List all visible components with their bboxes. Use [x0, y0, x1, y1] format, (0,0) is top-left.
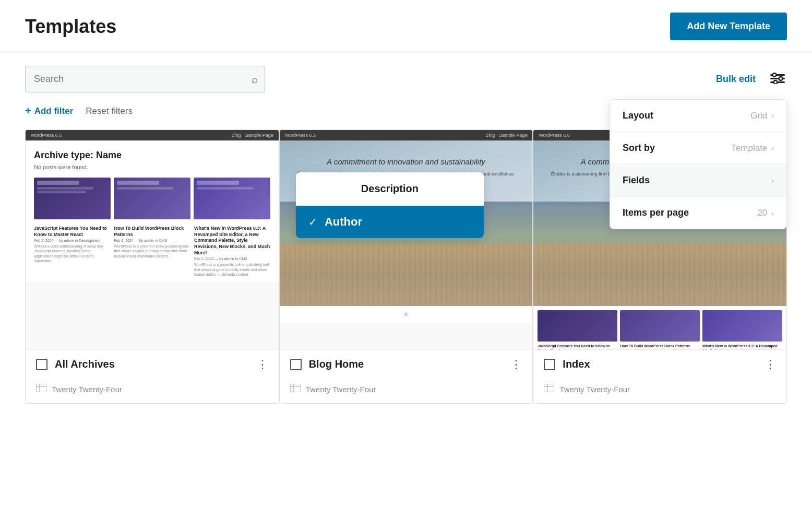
page-header: Templates Add New Template [0, 0, 812, 53]
preview3-topbar-left: WordPress 6.5 [539, 133, 569, 138]
plus-icon: + [25, 105, 31, 117]
preview-topbar-page: Sample Page [245, 133, 273, 138]
fields-chevron-icon: › [771, 177, 774, 185]
add-new-template-button[interactable]: Add New Template [670, 13, 787, 40]
card-theme-label-1: Twenty Twenty-Four [52, 385, 122, 394]
card-theme-1: Twenty Twenty-Four [26, 379, 279, 403]
dropdown-row-items[interactable]: Items per page 20 › [610, 197, 786, 229]
fields-label: Fields [623, 175, 650, 186]
sliders-icon [770, 73, 785, 84]
card-footer-left-2: Blog Home [290, 358, 364, 370]
preview-topbar-blog: Blog [232, 133, 241, 138]
preview-no-posts: No posts were found. [34, 164, 270, 170]
filter-options-button[interactable] [768, 70, 787, 88]
preview2-topbar-left: WordPress 6.5 [285, 133, 316, 138]
search-icon: ⌕ [252, 73, 258, 85]
post2-title: How To Build WordPress Block Patterns [114, 226, 190, 238]
card-name-2: Blog Home [309, 358, 364, 370]
template-card-blog-home: WordPress 6.5 Blog Sample Page A commitm… [279, 130, 533, 404]
card-footer-2: Blog Home ⋮ [280, 349, 533, 379]
preview2-hero-text: A commitment to innovation and sustainab… [290, 156, 522, 167]
card-theme-3: Twenty Twenty-Four [533, 379, 786, 403]
svg-rect-10 [290, 384, 294, 392]
items-chevron-icon: › [771, 209, 774, 217]
svg-rect-13 [544, 384, 547, 392]
card-name-1: All Archives [55, 358, 115, 370]
toolbar: ⌕ Bulk edit [0, 53, 812, 105]
layout-chevron-icon: › [771, 112, 774, 120]
post3-title: What's New in WordPress 6.3: A Revamped … [194, 226, 270, 256]
author-label: Author [325, 215, 362, 229]
svg-point-3 [773, 73, 777, 77]
card-checkbox-2[interactable] [290, 359, 302, 370]
svg-rect-9 [290, 384, 301, 392]
card-footer-3: Index ⋮ [533, 349, 786, 379]
dropdown-row-fields[interactable]: Fields › [610, 164, 786, 197]
author-popup: Description ✓ Author [296, 172, 484, 238]
card-theme-label-2: Twenty Twenty-Four [306, 385, 376, 394]
preview-archive-title: Archive type: Name [34, 150, 270, 161]
toolbar-right: Bulk edit [716, 70, 787, 88]
layout-value: Grid [750, 111, 767, 121]
layout-label: Layout [623, 110, 653, 121]
template-card-all-archives: WordPress 6.5 Blog Sample Page Archive t… [25, 130, 279, 404]
svg-rect-12 [544, 384, 554, 392]
svg-rect-7 [36, 384, 40, 392]
card-theme-2: Twenty Twenty-Four [280, 379, 533, 403]
sort-value-group: Template › [731, 143, 774, 154]
items-value: 20 [757, 208, 767, 218]
author-popup-title: Description [308, 183, 471, 195]
sort-chevron-icon: › [771, 144, 774, 152]
bulk-edit-button[interactable]: Bulk edit [716, 74, 756, 85]
card-footer-1: All Archives ⋮ [26, 349, 279, 379]
author-popup-header: Description [296, 172, 484, 206]
svg-rect-6 [36, 384, 46, 392]
theme-icon-2 [290, 384, 301, 395]
items-value-group: 20 › [757, 208, 774, 218]
card-theme-label-3: Twenty Twenty-Four [559, 385, 630, 394]
svg-point-5 [774, 80, 778, 84]
preview-topbar-left: WordPress 6.5 [31, 133, 62, 138]
card-more-button-3[interactable]: ⋮ [765, 359, 776, 370]
theme-icon-1 [36, 384, 46, 395]
preview2-topbar-blog: Blog [485, 133, 495, 138]
items-label: Items per page [623, 207, 689, 218]
author-popup-item[interactable]: ✓ Author [296, 206, 484, 238]
dropdown-row-layout[interactable]: Layout Grid › [610, 100, 786, 132]
preview2-topbar-page: Sample Page [499, 133, 527, 138]
svg-point-4 [779, 77, 783, 80]
card-preview-2[interactable]: WordPress 6.5 Blog Sample Page A commitm… [280, 130, 533, 349]
theme-icon-3 [544, 384, 554, 395]
page-title: Templates [25, 16, 116, 38]
post1-meta: Feb 2, 2024 — by admin in Development [34, 239, 110, 242]
search-input[interactable] [25, 66, 265, 92]
card-name-3: Index [563, 358, 590, 370]
dropdown-row-sort[interactable]: Sort by Template › [610, 132, 786, 164]
fields-value-group: › [771, 177, 774, 185]
post3-meta: Feb 2, 2024 — by admin in CMS [194, 257, 270, 261]
reset-filters-button[interactable]: Reset filters [86, 106, 133, 116]
sort-value: Template [731, 143, 767, 154]
search-wrapper: ⌕ [25, 66, 265, 92]
dropdown-panel: Layout Grid › Sort by Template › Fields … [610, 99, 787, 229]
card-checkbox-1[interactable] [36, 359, 47, 370]
author-check-icon: ✓ [308, 216, 317, 228]
post1-title: JavaScript Features You Need to Know to … [34, 226, 110, 238]
sort-label: Sort by [623, 143, 655, 154]
card-footer-left-1: All Archives [36, 358, 115, 370]
layout-value-group: Grid › [750, 111, 774, 121]
card-more-button-2[interactable]: ⋮ [510, 359, 522, 370]
add-filter-button[interactable]: + Add filter [25, 105, 73, 117]
card-footer-left-3: Index [544, 358, 590, 370]
post2-meta: Feb 2, 2024 — by admin in CMS [114, 239, 190, 242]
card-preview-1[interactable]: WordPress 6.5 Blog Sample Page Archive t… [26, 130, 279, 349]
card-more-button-1[interactable]: ⋮ [257, 359, 268, 370]
card-checkbox-3[interactable] [544, 359, 555, 370]
